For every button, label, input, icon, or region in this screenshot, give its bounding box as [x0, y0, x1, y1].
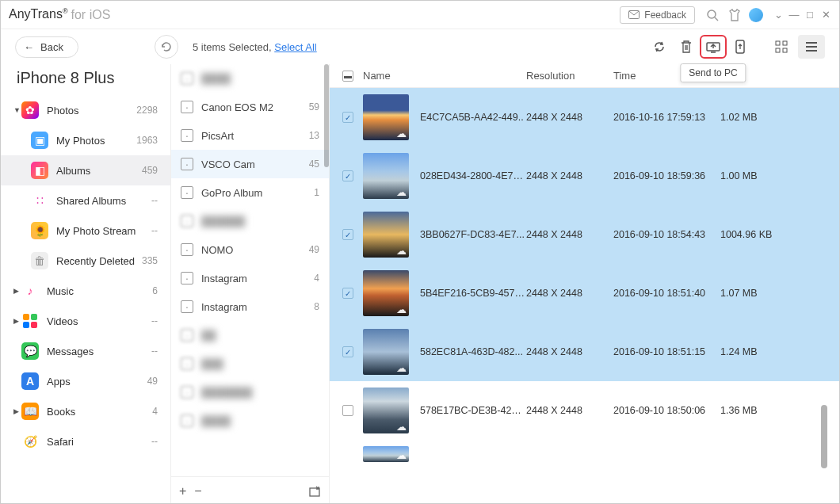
- thumbnail: [363, 94, 409, 140]
- table-row[interactable]: 578E17BC-DE3B-42B...2448 X 24482016-09-1…: [330, 381, 839, 440]
- album-icon: [181, 129, 193, 142]
- sidebar-item-shared-albums[interactable]: ∷ Shared Albums--: [1, 185, 170, 216]
- size-cell: 1.24 MB: [720, 346, 784, 357]
- export-album-button[interactable]: [308, 485, 321, 498]
- remove-album-button[interactable]: −: [194, 484, 201, 498]
- select-all-link[interactable]: Select All: [274, 41, 316, 53]
- file-name: 028ED434-2800-4E78...: [420, 170, 526, 181]
- file-name: 3BB0627F-DC83-4E7...: [420, 229, 525, 240]
- albums-icon: ◧: [31, 162, 48, 179]
- thumbnail: [363, 270, 409, 316]
- row-checkbox[interactable]: ✓: [342, 112, 353, 123]
- table-row[interactable]: ✓3BB0627F-DC83-4E7...2448 X 24482016-09-…: [330, 205, 839, 264]
- album-item[interactable]: Instagram4: [171, 264, 329, 292]
- row-checkbox[interactable]: ✓: [342, 346, 353, 357]
- sidebar-item-safari[interactable]: 🧭 Safari--: [1, 426, 170, 456]
- select-all-checkbox[interactable]: ▬: [342, 71, 353, 82]
- refresh-button[interactable]: [155, 35, 178, 59]
- list-view-button[interactable]: [798, 35, 825, 59]
- sidebar: iPhone 8 Plus ▼ ✿ Photos2298 ▣ My Photos…: [1, 64, 171, 504]
- album-item[interactable]: ███: [171, 349, 329, 378]
- search-icon-button[interactable]: [704, 7, 720, 23]
- minimize-icon[interactable]: —: [788, 9, 800, 21]
- time-cell: 2016-09-10 18:51:15: [613, 346, 720, 357]
- album-item[interactable]: Instagram8: [171, 292, 329, 321]
- album-item[interactable]: ██████: [171, 207, 329, 235]
- table-row[interactable]: ✓028ED434-2800-4E78...2448 X 24482016-09…: [330, 147, 839, 205]
- grid-view-button[interactable]: [768, 35, 795, 59]
- videos-icon: [21, 312, 39, 330]
- delete-button[interactable]: [673, 35, 700, 59]
- sidebar-item-my-photos[interactable]: ▣ My Photos1963: [1, 125, 170, 155]
- album-item[interactable]: Canon EOS M259: [171, 93, 329, 121]
- album-item[interactable]: VSCO Cam45: [171, 150, 329, 178]
- album-item[interactable]: ██: [171, 321, 329, 349]
- sidebar-item-recently-deleted[interactable]: 🗑 Recently Deleted335: [1, 246, 170, 276]
- selection-info: 5 items Selected, Select All: [193, 41, 317, 53]
- svg-rect-15: [23, 322, 29, 328]
- titlebar: AnyTrans®for iOS Feedback ⌄ — □ ✕: [1, 1, 839, 29]
- col-resolution[interactable]: Resolution: [526, 70, 613, 82]
- file-name: E4C7CA5B-AA42-449..: [420, 112, 524, 123]
- svg-rect-7: [783, 41, 787, 45]
- album-item[interactable]: ████: [171, 64, 329, 93]
- send-to-device-button[interactable]: [727, 35, 754, 59]
- resolution-cell: 2448 X 2448: [526, 112, 613, 123]
- table-row[interactable]: ✓5B4EF216-5CB9-4574...2448 X 24482016-09…: [330, 264, 839, 323]
- album-item[interactable]: PicsArt13: [171, 121, 329, 150]
- row-checkbox[interactable]: [342, 405, 353, 416]
- sidebar-item-messages[interactable]: 💬 Messages--: [1, 336, 170, 366]
- thumbnail: [363, 329, 409, 375]
- album-icon: [181, 300, 193, 313]
- sunflower-icon: 🌻: [31, 222, 48, 239]
- album-item[interactable]: ███████: [171, 378, 329, 407]
- trash-icon: 🗑: [31, 252, 48, 269]
- svg-rect-16: [31, 322, 37, 328]
- sidebar-item-music[interactable]: ▶ ♪ Music6: [1, 276, 170, 306]
- col-name[interactable]: Name: [360, 70, 526, 82]
- size-cell: 1004.96 KB: [720, 229, 784, 240]
- tshirt-icon-button[interactable]: [727, 7, 743, 23]
- resolution-cell: 2448 X 2448: [526, 229, 613, 240]
- sidebar-item-videos[interactable]: ▶ Videos--: [1, 306, 170, 336]
- scrollbar[interactable]: [821, 405, 827, 468]
- sidebar-item-photos[interactable]: ▼ ✿ Photos2298: [1, 95, 170, 125]
- photos-icon: ✿: [21, 101, 39, 119]
- size-cell: 1.02 MB: [720, 112, 784, 123]
- sidebar-item-albums[interactable]: ◧ Albums459: [1, 155, 170, 185]
- apps-icon: A: [21, 372, 39, 390]
- sidebar-item-photo-stream[interactable]: 🌻 My Photo Stream--: [1, 216, 170, 246]
- close-icon[interactable]: ✕: [820, 9, 831, 21]
- album-item[interactable]: ████: [171, 407, 329, 435]
- sidebar-item-apps[interactable]: A Apps49: [1, 366, 170, 396]
- row-checkbox[interactable]: ✓: [342, 229, 353, 240]
- avatar[interactable]: [749, 8, 763, 22]
- resolution-cell: 2448 X 2448: [526, 346, 613, 357]
- arrow-left-icon: ←: [24, 41, 34, 53]
- chevron-right-icon: ▶: [13, 287, 21, 295]
- chevron-down-icon: ▼: [13, 106, 21, 114]
- row-checkbox[interactable]: ✓: [342, 288, 353, 299]
- album-item[interactable]: GoPro Album1: [171, 178, 329, 207]
- feedback-button[interactable]: Feedback: [620, 6, 695, 24]
- album-icon: [181, 243, 193, 256]
- chevron-right-icon: ▶: [13, 317, 21, 325]
- maximize-icon[interactable]: □: [804, 9, 815, 21]
- table-row[interactable]: ✓E4C7CA5B-AA42-449..2448 X 24482016-10-1…: [330, 88, 839, 147]
- album-icon: [181, 272, 193, 284]
- back-button[interactable]: ← Back: [15, 36, 78, 58]
- chevron-down-icon[interactable]: ⌄: [773, 9, 784, 21]
- table-row[interactable]: ✓582EC81A-463D-482...2448 X 24482016-09-…: [330, 323, 839, 381]
- add-album-button[interactable]: +: [179, 484, 186, 498]
- row-checkbox[interactable]: ✓: [342, 170, 353, 181]
- svg-rect-8: [776, 48, 780, 52]
- album-item[interactable]: NOMO49: [171, 235, 329, 264]
- scrollbar[interactable]: [324, 64, 329, 167]
- sidebar-item-books[interactable]: ▶ 📖 Books4: [1, 396, 170, 426]
- send-to-pc-button[interactable]: Send to PC: [700, 35, 727, 59]
- table-row[interactable]: [330, 440, 839, 468]
- resolution-cell: 2448 X 2448: [526, 405, 613, 416]
- refresh-action-button[interactable]: [646, 35, 673, 59]
- album-icon: [181, 158, 193, 170]
- safari-icon: 🧭: [21, 433, 39, 450]
